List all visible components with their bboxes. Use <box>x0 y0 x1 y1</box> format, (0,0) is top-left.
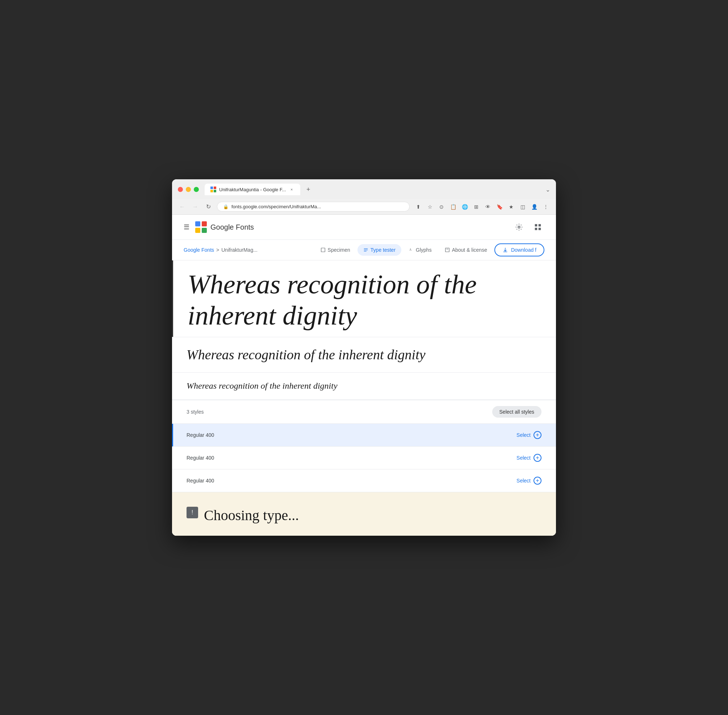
extension-icon-3[interactable]: 🌐 <box>460 202 469 211</box>
preview-text-xl: Whereas recognition of the inherent dign… <box>188 269 541 331</box>
bottom-heading: Choosing type... <box>204 507 299 524</box>
select-all-styles-button[interactable]: Select all styles <box>492 406 541 418</box>
address-field[interactable]: 🔒 fonts.google.com/specimen/UnifrakturMa… <box>217 202 410 211</box>
grid-icon <box>534 223 542 231</box>
tab-glyphs[interactable]: A Glyphs <box>403 244 437 256</box>
settings-icon <box>515 223 523 231</box>
breadcrumb: Google Fonts > UnifrakturMag... <box>184 247 258 253</box>
google-fonts-logo-icon <box>195 221 207 233</box>
select-label: Select <box>517 455 531 461</box>
close-window-button[interactable] <box>178 187 183 192</box>
tab-favicon <box>210 187 216 192</box>
browser-window: UnifrakturMaguntia - Google F... × + ⌄ ←… <box>172 179 556 535</box>
svg-rect-5 <box>202 221 207 226</box>
svg-rect-4 <box>195 221 200 226</box>
select-style-button[interactable]: Select + <box>517 454 541 462</box>
profile-avatar[interactable]: 👤 <box>530 202 538 211</box>
styles-section: 3 styles Select all styles Regular 400 S… <box>172 400 556 492</box>
style-row: Regular 400 Select + <box>172 469 556 492</box>
plus-circle-icon: + <box>534 454 541 462</box>
extension-icon-7[interactable]: ★ <box>507 202 515 211</box>
back-button[interactable]: ← <box>178 204 187 210</box>
svg-rect-13 <box>321 248 325 252</box>
extension-icon-1[interactable]: ⊙ <box>437 202 446 211</box>
bookmark-icon[interactable]: ☆ <box>425 202 434 211</box>
tab-about[interactable]: About & license <box>439 244 493 256</box>
traffic-lights <box>178 187 199 192</box>
tab-type-tester[interactable]: Type tester <box>357 244 401 256</box>
download-icon <box>502 247 508 253</box>
style-name: Regular 400 <box>187 432 214 438</box>
svg-point-8 <box>518 226 520 229</box>
preview-text-md: Whereas recognition of the inherent dign… <box>187 346 541 364</box>
tab-options-button[interactable]: ⌄ <box>546 186 550 193</box>
glyphs-icon: A <box>408 247 414 252</box>
svg-rect-6 <box>195 228 200 233</box>
tab-close-button[interactable]: × <box>289 187 294 192</box>
about-icon <box>445 247 450 252</box>
forward-button[interactable]: → <box>191 204 200 210</box>
preview-large: Whereas recognition of the inherent dign… <box>172 261 556 336</box>
select-style-button[interactable]: Select + <box>517 477 541 485</box>
main-content: Whereas recognition of the inherent dign… <box>172 261 556 535</box>
extension-icon-6[interactable]: 🔖 <box>495 202 504 211</box>
breadcrumb-nav: Google Fonts > UnifrakturMag... Specimen… <box>172 240 556 261</box>
svg-rect-9 <box>535 224 537 226</box>
address-text: fonts.google.com/specimen/UnifrakturMa..… <box>231 204 321 210</box>
maximize-window-button[interactable] <box>194 187 199 192</box>
extension-icon-8[interactable]: ◫ <box>518 202 527 211</box>
breadcrumb-separator: > <box>216 247 219 253</box>
active-tab[interactable]: UnifrakturMaguntia - Google F... × <box>205 184 300 195</box>
nav-tabs: Specimen Type tester A Glyphs About & li… <box>315 243 544 256</box>
svg-rect-3 <box>214 190 216 192</box>
refresh-button[interactable]: ↻ <box>204 203 213 210</box>
preview-medium-row: Whereas recognition of the inherent dign… <box>172 337 556 373</box>
style-name: Regular 400 <box>187 478 214 484</box>
browser-icons: ⬆ ☆ ⊙ 📋 🌐 ⊞ 👁 🔖 ★ ◫ 👤 ⋮ <box>414 202 550 211</box>
svg-rect-7 <box>202 228 207 233</box>
style-row: Regular 400 Select + <box>172 446 556 469</box>
menu-button[interactable]: ⋮ <box>541 202 550 211</box>
gf-header-right <box>512 220 544 234</box>
style-row: Regular 400 Select + <box>172 424 556 446</box>
share-icon[interactable]: ⬆ <box>414 202 423 211</box>
select-label: Select <box>517 478 531 484</box>
download-button[interactable]: Download f <box>494 243 544 256</box>
styles-count: 3 styles <box>187 409 203 415</box>
extension-icon-4[interactable]: ⊞ <box>472 202 481 211</box>
font-preview-area: Whereas recognition of the inherent dign… <box>172 261 556 400</box>
extension-icon-5[interactable]: 👁 <box>484 202 492 211</box>
tabs-row: UnifrakturMaguntia - Google F... × + ⌄ <box>205 184 550 195</box>
svg-rect-10 <box>538 224 541 226</box>
breadcrumb-home[interactable]: Google Fonts <box>184 247 214 253</box>
settings-button[interactable] <box>512 220 526 234</box>
svg-rect-11 <box>535 228 537 230</box>
preview-text-sm: Whereas recognition of the inherent dign… <box>187 380 541 392</box>
grid-view-button[interactable] <box>531 220 544 234</box>
lock-icon: 🔒 <box>223 204 229 210</box>
preview-small-row: Whereas recognition of the inherent dign… <box>172 373 556 400</box>
new-tab-button[interactable]: + <box>303 184 313 195</box>
svg-rect-2 <box>210 190 213 192</box>
select-style-button[interactable]: Select + <box>517 431 541 439</box>
styles-header: 3 styles Select all styles <box>172 400 556 424</box>
info-icon: ! <box>187 507 198 518</box>
minimize-window-button[interactable] <box>186 187 191 192</box>
address-bar-row: ← → ↻ 🔒 fonts.google.com/specimen/Unifra… <box>172 199 556 215</box>
bottom-section: ! Choosing type... <box>172 492 556 536</box>
svg-rect-18 <box>445 248 449 252</box>
hamburger-menu[interactable]: ☰ <box>184 223 190 231</box>
plus-circle-icon: + <box>534 431 541 439</box>
tab-title: UnifrakturMaguntia - Google F... <box>219 187 286 192</box>
breadcrumb-current: UnifrakturMag... <box>221 247 258 253</box>
specimen-icon <box>321 247 326 252</box>
svg-rect-1 <box>214 187 216 189</box>
type-tester-icon <box>363 247 368 252</box>
plus-circle-icon: + <box>534 477 541 485</box>
tab-specimen[interactable]: Specimen <box>315 244 356 256</box>
svg-rect-12 <box>538 228 541 230</box>
svg-text:A: A <box>409 249 411 252</box>
gf-logo: Google Fonts <box>195 221 254 233</box>
extension-icon-2[interactable]: 📋 <box>449 202 457 211</box>
gf-logo-text: Google Fonts <box>210 223 254 231</box>
